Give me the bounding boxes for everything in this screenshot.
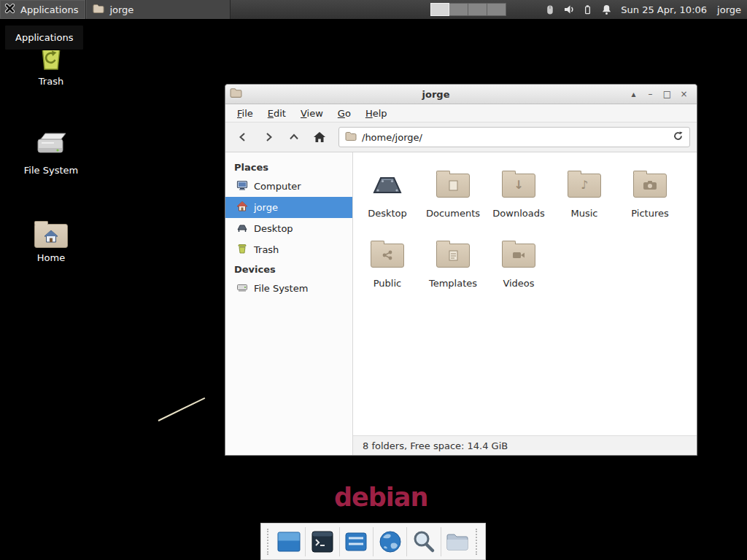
dock-separator — [305, 527, 306, 556]
terminal-icon — [309, 529, 336, 555]
reload-icon[interactable] — [673, 131, 684, 144]
templates-folder-icon — [436, 234, 470, 276]
panel-settings-icon — [343, 529, 369, 555]
window-icon — [230, 88, 242, 101]
debian-wordmark: debian — [334, 483, 427, 512]
dock-separator — [441, 527, 441, 556]
file-label: Music — [571, 208, 598, 219]
trash-small-icon — [236, 243, 248, 257]
harddrive-icon — [16, 125, 86, 160]
sidebar-item-trash[interactable]: Trash — [225, 239, 352, 260]
home-folder-icon — [19, 217, 83, 248]
dock-panel-settings-button[interactable] — [341, 526, 372, 558]
dock — [260, 523, 486, 560]
volume-icon[interactable] — [563, 4, 575, 15]
public-folder-icon — [371, 234, 404, 276]
workspace-4[interactable] — [487, 3, 506, 16]
sidebar-item-label: File System — [254, 283, 308, 294]
file-label: Pictures — [631, 208, 668, 219]
dock-browser-button[interactable] — [374, 526, 406, 558]
workspace-pager — [430, 0, 506, 19]
file-label: Documents — [426, 208, 480, 219]
forward-button[interactable] — [258, 127, 279, 147]
sidebar-item-label: Trash — [254, 244, 279, 255]
sidebar-item-computer[interactable]: Computer — [225, 176, 352, 197]
pictures-folder-icon — [633, 164, 667, 206]
dock-handle[interactable] — [267, 529, 271, 555]
path-bar[interactable]: /home/jorge/ — [338, 127, 690, 147]
sidebar-item-jorge[interactable]: jorge — [225, 197, 352, 218]
music-folder-icon: ♪ — [568, 164, 601, 206]
file-item-desktop[interactable]: Desktop — [355, 164, 420, 234]
menu-file[interactable]: File — [230, 106, 260, 121]
desktop-small-icon — [236, 222, 248, 236]
minimize-button[interactable]: – — [642, 89, 659, 99]
shade-button[interactable]: ▴ — [625, 89, 642, 99]
file-item-downloads[interactable]: ↓ Downloads — [486, 164, 551, 234]
file-view: Desktop Documents ↓ Downloads — [353, 152, 697, 455]
file-item-pictures[interactable]: Pictures — [617, 164, 683, 234]
sidebar-devices-header: Devices — [225, 260, 352, 278]
xorg-logo-icon — [4, 3, 15, 16]
maximize-button[interactable]: □ — [659, 89, 676, 99]
file-item-public[interactable]: Public — [355, 234, 420, 304]
system-tray — [544, 0, 612, 19]
workspace-2[interactable] — [449, 3, 468, 16]
dock-terminal-button[interactable] — [306, 526, 338, 558]
panel-spacer — [231, 0, 430, 19]
desktop-icon-home[interactable]: Home — [19, 217, 83, 263]
file-item-music[interactable]: ♪ Music — [551, 164, 617, 234]
menu-edit[interactable]: Edit — [260, 106, 293, 121]
sidebar-places-header: Places — [225, 158, 352, 176]
file-item-documents[interactable]: Documents — [420, 164, 486, 234]
workspace-3[interactable] — [468, 3, 487, 16]
taskbar-window-label: jorge — [109, 4, 133, 15]
workspace-1[interactable] — [430, 3, 449, 16]
path-value[interactable]: /home/jorge/ — [362, 132, 667, 143]
desktop-icon-filesystem[interactable]: File System — [16, 125, 86, 176]
downloads-folder-icon: ↓ — [502, 164, 535, 206]
path-folder-icon — [345, 131, 357, 144]
dock-separator — [339, 527, 340, 556]
file-label: Templates — [429, 278, 477, 289]
panel-username[interactable]: jorge — [717, 0, 741, 19]
menu-help[interactable]: Help — [358, 106, 395, 121]
home-icon — [236, 201, 248, 214]
globe-icon — [377, 529, 403, 555]
file-label: Desktop — [368, 208, 407, 219]
drive-small-icon — [236, 281, 248, 295]
notification-bell-icon[interactable] — [601, 4, 612, 15]
filemanager-folder-icon — [444, 529, 471, 555]
desktop-folder-icon — [368, 164, 406, 206]
sidebar-item-label: jorge — [254, 202, 278, 213]
file-item-videos[interactable]: Videos — [486, 234, 551, 304]
sidebar-item-desktop[interactable]: Desktop — [225, 218, 352, 239]
dock-handle[interactable] — [476, 529, 479, 555]
back-button[interactable] — [232, 127, 254, 147]
battery-icon[interactable] — [583, 4, 593, 15]
file-view-empty-area[interactable] — [353, 304, 697, 435]
dock-filemanager-button[interactable] — [442, 526, 473, 558]
file-item-templates[interactable]: Templates — [420, 234, 486, 304]
dock-desktop-button[interactable] — [273, 526, 304, 558]
menu-go[interactable]: Go — [330, 106, 358, 121]
status-bar: 8 folders, Free space: 14.4 GiB — [353, 435, 697, 455]
panel-clock[interactable]: Sun 25 Apr, 10:06 — [621, 0, 707, 19]
close-button[interactable]: × — [676, 89, 692, 99]
home-button[interactable] — [309, 127, 330, 147]
mouse-plugin-icon[interactable] — [544, 4, 555, 15]
stray-line-artifact — [158, 397, 206, 421]
dock-separator — [406, 527, 407, 556]
sidebar-item-filesystem[interactable]: File System — [225, 278, 352, 299]
dock-separator — [373, 527, 374, 556]
magnifier-icon — [411, 529, 437, 555]
window-titlebar[interactable]: jorge ▴ – □ × — [225, 85, 697, 104]
computer-icon — [236, 179, 248, 193]
up-button[interactable] — [283, 127, 305, 147]
videos-folder-icon — [502, 234, 535, 276]
applications-menu-button[interactable]: Applications — [0, 0, 86, 19]
menu-view[interactable]: View — [293, 106, 330, 121]
dock-appfinder-button[interactable] — [408, 526, 439, 558]
taskbar-window-button[interactable]: jorge — [86, 0, 231, 19]
top-panel: Applications jorge — [0, 0, 747, 19]
